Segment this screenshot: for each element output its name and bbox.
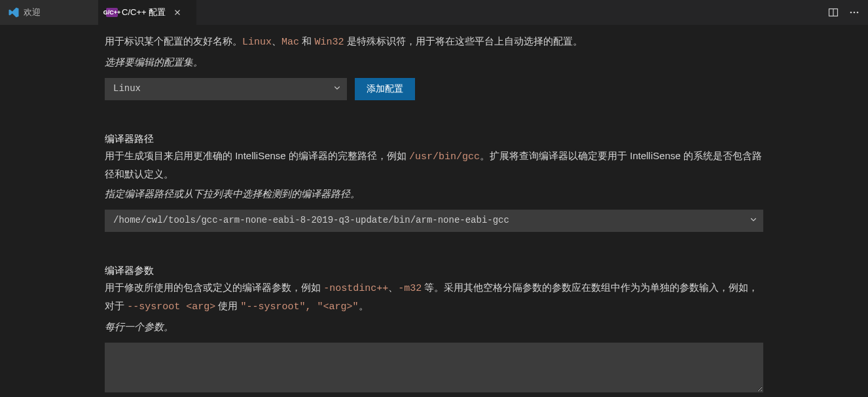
compiler-path-title: 编译器路径	[105, 130, 763, 147]
compiler-args-hint: 每行一个参数。	[105, 318, 763, 335]
code-sysroot: --sysroot <arg>	[127, 301, 215, 312]
compiler-args-title: 编译器参数	[105, 262, 763, 279]
compiler-path-select[interactable]: /home/cwl/tools/gcc-arm-none-eabi-8-2019…	[105, 210, 763, 232]
add-config-button[interactable]: 添加配置	[355, 78, 415, 100]
svg-point-3	[854, 12, 856, 14]
code-linux: Linux	[242, 37, 272, 48]
compiler-args-description: 用于修改所使用的包含或定义的编译器参数，例如 -nostdinc++、-m32 …	[105, 279, 763, 316]
compiler-path-hint: 指定编译器路径或从下拉列表中选择检测到的编译器路径。	[105, 185, 763, 202]
text: 用于修改所使用的包含或定义的编译器参数，例如	[105, 282, 323, 293]
text: 使用	[215, 300, 240, 311]
text: 。	[359, 300, 369, 311]
tab-cpp-config[interactable]: G/C++ C/C++ 配置	[98, 0, 196, 25]
compiler-path-value: /home/cwl/tools/gcc-arm-none-eabi-8-2019…	[113, 212, 509, 229]
tab-bar-spacer	[196, 0, 820, 25]
code-mac: Mac	[281, 37, 299, 48]
vscode-icon	[8, 7, 20, 18]
code-m32: -m32	[398, 283, 422, 294]
tab-label: 欢迎	[24, 7, 41, 18]
tab-bar-actions	[820, 0, 868, 25]
text: 、	[388, 282, 398, 293]
compiler-args-textarea[interactable]	[105, 343, 763, 392]
svg-point-2	[850, 12, 852, 14]
code-win32: Win32	[314, 37, 344, 48]
split-editor-icon[interactable]	[827, 7, 839, 18]
tab-label: C/C++ 配置	[122, 7, 166, 18]
tab-bar: 欢迎 G/C++ C/C++ 配置	[0, 0, 868, 25]
cpp-icon: G/C++	[106, 8, 118, 17]
more-actions-icon[interactable]	[848, 7, 860, 18]
chevron-down-icon	[750, 212, 757, 229]
text: 、	[272, 35, 281, 47]
tab-welcome[interactable]: 欢迎	[0, 0, 98, 25]
config-name-description: 用于标识某个配置的友好名称。Linux、Mac 和 Win32 是特殊标识符，用…	[105, 33, 763, 51]
config-select[interactable]: Linux	[105, 78, 347, 100]
text: 用于标识某个配置的友好名称。	[105, 35, 242, 47]
text: 是特殊标识符，用于将在这些平台上自动选择的配置。	[344, 35, 582, 47]
compiler-path-description: 用于生成项目来启用更准确的 IntelliSense 的编译器的完整路径，例如 …	[105, 147, 763, 183]
config-name-hint: 选择要编辑的配置集。	[105, 54, 763, 71]
text: 和	[299, 35, 314, 47]
close-icon[interactable]	[172, 7, 183, 18]
svg-point-4	[857, 12, 859, 14]
code-sysroot-array: "--sysroot", "<arg>"	[241, 301, 359, 312]
text: 用于生成项目来启用更准确的 IntelliSense 的编译器的完整路径，例如	[105, 150, 409, 161]
config-select-value: Linux	[113, 81, 141, 97]
content-area: 用于标识某个配置的友好名称。Linux、Mac 和 Win32 是特殊标识符，用…	[0, 25, 868, 397]
code-nostdinc: -nostdinc++	[323, 283, 388, 294]
code-gcc-path: /usr/bin/gcc	[409, 151, 480, 162]
chevron-down-icon	[333, 81, 341, 97]
